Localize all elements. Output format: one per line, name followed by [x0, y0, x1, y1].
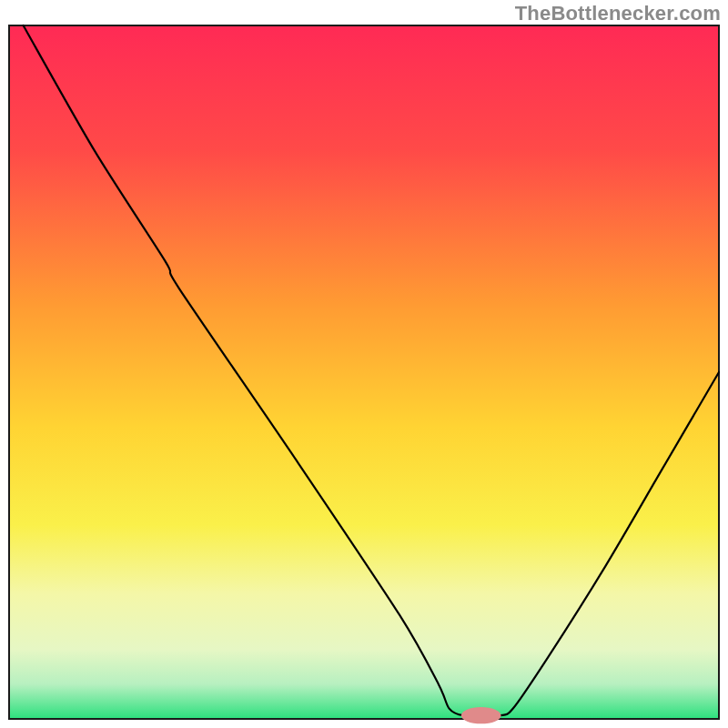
plot-area: [9, 25, 719, 719]
optimal-point-marker: [461, 707, 501, 723]
svg-rect-0: [9, 25, 719, 719]
attribution-text: TheBottlenecker.com: [515, 2, 721, 25]
chart-svg: [0, 0, 728, 728]
chart-container: TheBottlenecker.com: [0, 0, 728, 728]
